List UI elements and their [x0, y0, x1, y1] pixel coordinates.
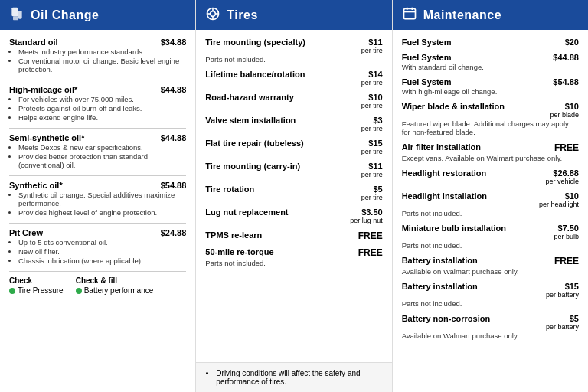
col-header-maintenance: Maintenance: [393, 0, 588, 30]
columns: Oil ChangeStandard oil$34.88Meets indust…: [0, 0, 588, 392]
service-price: $15per battery: [537, 282, 579, 299]
service-row: Lug nut replacement$3.50per lug nut: [205, 207, 382, 224]
service-price: $11per tire: [341, 38, 383, 54]
service-item: Tire rotation$5per tire: [205, 185, 382, 201]
service-item: Synthetic oil*$54.88Synthetic oil change…: [9, 181, 186, 217]
service-price: $3.50per lug nut: [341, 207, 383, 224]
service-desc: Available on Walmart purchase only.: [402, 332, 579, 340]
service-row: High-mileage oil*$44.88: [9, 85, 186, 94]
service-desc: With standard oil change.: [402, 63, 579, 71]
service-price: $26.88per vehicle: [537, 168, 579, 185]
service-item: Fuel System$44.88With standard oil chang…: [402, 53, 579, 71]
col-body-oil-change: Standard oil$34.88Meets industry perform…: [0, 30, 195, 392]
service-desc: Parts not included.: [205, 259, 382, 267]
service-row: Battery installation$15per battery: [402, 282, 579, 299]
service-price: $5per tire: [341, 185, 383, 201]
service-row: Headlight installation$10per headlight: [402, 191, 579, 208]
service-desc: Available on Walmart purchase only.: [402, 267, 579, 276]
service-row: Standard oil$34.88: [9, 38, 186, 47]
col-header-tires: Tires: [196, 0, 391, 30]
service-item: Pit Crew$24.88Up to 5 qts conventional o…: [9, 228, 186, 265]
service-name: Air filter installation: [402, 142, 537, 152]
col-oil-change: Oil ChangeStandard oil$34.88Meets indust…: [0, 0, 196, 392]
check-row: CheckTire PressureCheck & fillBattery pe…: [9, 271, 186, 295]
service-desc: Parts not included.: [402, 299, 579, 308]
service-item: Road-hazard warranty$10per tire: [205, 93, 382, 109]
service-name: Standard oil: [9, 38, 144, 47]
service-name: Fuel System: [402, 77, 537, 87]
service-item: Battery non-corrosion$5per batteryAvaila…: [402, 314, 579, 340]
service-name: Fuel System: [402, 53, 537, 62]
service-desc: For vehicles with over 75,000 miles.Prot…: [9, 95, 186, 122]
check-item: Check & fillBattery performance: [76, 276, 154, 295]
service-row: Semi-synthetic oil*$44.88: [9, 133, 186, 142]
col-tires: TiresTire mounting (specialty)$11per tir…: [196, 0, 392, 392]
svg-rect-1: [13, 16, 18, 20]
service-name: TPMS re-learn: [205, 230, 340, 240]
service-name: Headlight restoration: [402, 168, 537, 178]
service-row: Synthetic oil*$54.88: [9, 181, 186, 190]
service-price: $20: [537, 38, 579, 47]
service-price: $10per headlight: [537, 191, 579, 208]
service-desc: With high-mileage oil change.: [402, 87, 579, 96]
service-row: Fuel System$44.88: [402, 53, 579, 62]
service-name: Tire mounting (carry-in): [205, 162, 340, 171]
service-item: Valve stem installation$3per tire: [205, 116, 382, 132]
service-row: Battery non-corrosion$5per battery: [402, 314, 579, 331]
service-name: Battery non-corrosion: [402, 314, 537, 323]
green-dot-icon: [76, 288, 82, 294]
service-row: Air filter installationFREE: [402, 142, 579, 153]
service-price: $44.88: [144, 85, 186, 94]
service-name: 50-mile re-torque: [205, 247, 340, 256]
service-name: Headlight installation: [402, 191, 537, 201]
service-name: Battery installation: [402, 282, 537, 291]
service-desc: Synthetic oil change. Special additives …: [9, 191, 186, 217]
col-header-title-tires: Tires: [227, 8, 257, 22]
service-desc: Except vans. Available on Walmart purcha…: [402, 154, 579, 162]
service-item: Fuel System$20: [402, 38, 579, 47]
service-name: Road-hazard warranty: [205, 93, 340, 102]
service-row: Fuel System$54.88: [402, 77, 579, 87]
green-dot-icon: [9, 288, 15, 294]
service-name: Synthetic oil*: [9, 181, 144, 190]
service-price: $24.88: [144, 228, 186, 237]
col-header-title-maintenance: Maintenance: [423, 8, 501, 22]
service-name: Pit Crew: [9, 228, 144, 237]
service-name: Flat tire repair (tubeless): [205, 139, 340, 148]
col-header-icon-oil-change: [9, 6, 24, 24]
page: Oil ChangeStandard oil$34.88Meets indust…: [0, 0, 588, 392]
service-price: $11per tire: [341, 162, 383, 178]
service-price: FREE: [341, 230, 383, 241]
service-item: Headlight installation$10per headlightPa…: [402, 191, 579, 217]
service-price: FREE: [537, 256, 579, 266]
service-item: Semi-synthetic oil*$44.88Meets Dexos & n…: [9, 133, 186, 169]
service-price: $3per tire: [341, 116, 383, 132]
service-item: Standard oil$34.88Meets industry perform…: [9, 38, 186, 74]
service-item: TPMS re-learnFREE: [205, 230, 382, 241]
service-price: $54.88: [537, 77, 579, 87]
service-row: TPMS re-learnFREE: [205, 230, 382, 241]
col-body-tires: Tire mounting (specialty)$11per tirePart…: [196, 30, 391, 362]
check-value: Tire Pressure: [9, 286, 64, 295]
tires-note: Driving conditions will affect the safet…: [196, 362, 391, 392]
service-name: High-mileage oil*: [9, 85, 144, 94]
service-desc: Meets industry performance standards.Con…: [9, 47, 186, 74]
service-price: $14per tire: [341, 70, 383, 87]
service-name: Tire rotation: [205, 185, 340, 194]
service-row: 50-mile re-torqueFREE: [205, 247, 382, 258]
service-item: Air filter installationFREEExcept vans. …: [402, 142, 579, 162]
service-item: 50-mile re-torqueFREEParts not included.: [205, 247, 382, 267]
service-price: $10per tire: [341, 93, 383, 109]
service-name: Valve stem installation: [205, 116, 340, 125]
svg-rect-8: [403, 8, 415, 18]
service-desc: Up to 5 qts conventional oil.New oil fil…: [9, 238, 186, 265]
service-row: Lifetime balance/rotation$14per tire: [205, 70, 382, 87]
service-item: Battery installationFREEAvailable on Wal…: [402, 256, 579, 276]
check-label: Check: [9, 276, 64, 285]
service-item: Fuel System$54.88With high-mileage oil c…: [402, 77, 579, 96]
svg-rect-0: [11, 8, 18, 17]
service-price: $15per tire: [341, 139, 383, 155]
service-price: $44.88: [537, 53, 579, 62]
service-row: Tire mounting (specialty)$11per tire: [205, 38, 382, 54]
service-item: Wiper blade & installation$10per bladeFe…: [402, 102, 579, 136]
